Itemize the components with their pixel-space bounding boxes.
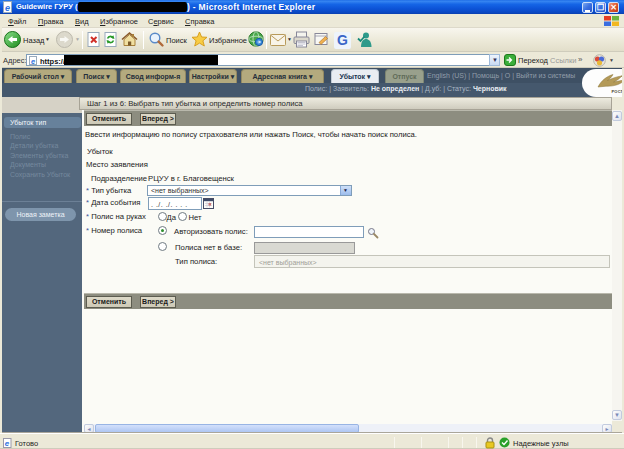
svg-text:e: e [5, 3, 10, 13]
svg-text:e: e [5, 439, 10, 448]
svg-text:e: e [31, 57, 35, 66]
